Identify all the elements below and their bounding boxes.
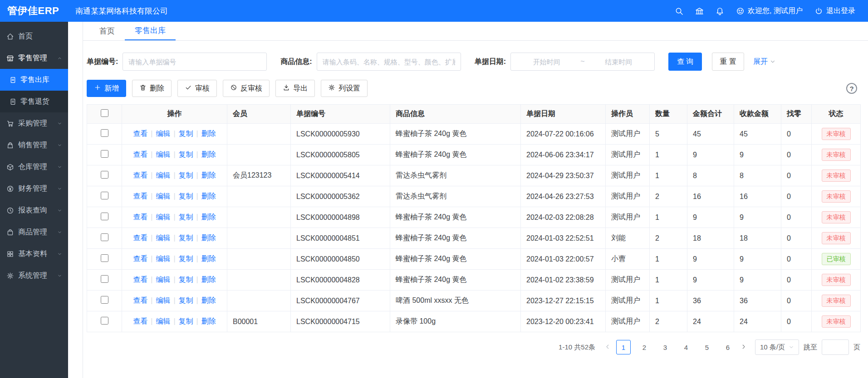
- export-button[interactable]: 导出: [275, 80, 315, 97]
- date-start-input[interactable]: [515, 58, 579, 66]
- tab-home[interactable]: 首页: [89, 22, 125, 40]
- search-button[interactable]: 查 询: [668, 53, 702, 71]
- view-link[interactable]: 查看: [133, 255, 147, 262]
- delete-link[interactable]: 删除: [201, 276, 216, 283]
- edit-link[interactable]: 编辑: [156, 171, 170, 179]
- row-checkbox[interactable]: [101, 171, 108, 179]
- bank-icon[interactable]: [695, 7, 704, 15]
- delete-button[interactable]: 删除: [132, 80, 172, 97]
- row-checkbox[interactable]: [101, 233, 108, 241]
- row-checkbox[interactable]: [101, 254, 108, 262]
- copy-link[interactable]: 复制: [179, 130, 193, 137]
- status-cell: 未审核: [812, 270, 861, 291]
- delete-link[interactable]: 删除: [201, 255, 216, 262]
- edit-link[interactable]: 编辑: [156, 296, 170, 304]
- edit-link[interactable]: 编辑: [156, 234, 170, 242]
- sidebar-subitem-retail-outbound[interactable]: 零售出库: [0, 69, 68, 91]
- unaudit-button[interactable]: 反审核: [223, 80, 270, 97]
- view-link[interactable]: 查看: [133, 317, 147, 325]
- tab-retail-outbound[interactable]: 零售出库: [125, 22, 176, 40]
- search-icon[interactable]: [675, 7, 683, 15]
- sidebar-item-purchase[interactable]: 采购管理: [0, 112, 68, 134]
- page-button-3[interactable]: 3: [658, 340, 672, 354]
- copy-link[interactable]: 复制: [179, 317, 193, 325]
- row-checkbox[interactable]: [101, 317, 108, 325]
- edit-link[interactable]: 编辑: [156, 150, 170, 158]
- logout-button[interactable]: 退出登录: [814, 6, 855, 16]
- row-checkbox[interactable]: [101, 129, 108, 137]
- view-link[interactable]: 查看: [133, 171, 147, 179]
- delete-link[interactable]: 删除: [201, 296, 216, 304]
- copy-link[interactable]: 复制: [179, 171, 193, 179]
- row-checkbox[interactable]: [101, 192, 108, 199]
- prev-page-button[interactable]: [603, 344, 612, 351]
- chevron-down-icon: [57, 121, 63, 126]
- sidebar-item-basic[interactable]: 基本资料: [0, 243, 68, 265]
- sidebar-subitem-retail-return[interactable]: 零售退货: [0, 91, 68, 112]
- page-button-2[interactable]: 2: [637, 340, 652, 354]
- row-checkbox[interactable]: [101, 275, 108, 283]
- delete-link[interactable]: 删除: [201, 130, 216, 137]
- welcome-user[interactable]: 欢迎您, 测试用户: [736, 6, 803, 16]
- edit-link[interactable]: 编辑: [156, 213, 170, 221]
- view-link[interactable]: 查看: [133, 213, 147, 221]
- copy-link[interactable]: 复制: [179, 296, 193, 304]
- audit-button[interactable]: 审核: [177, 80, 217, 97]
- row-checkbox[interactable]: [101, 213, 108, 220]
- column-settings-button[interactable]: 列设置: [321, 80, 368, 97]
- next-page-button[interactable]: [740, 344, 748, 351]
- copy-link[interactable]: 复制: [179, 150, 193, 158]
- row-checkbox[interactable]: [101, 150, 108, 158]
- page-button-1[interactable]: 1: [616, 340, 631, 354]
- copy-link[interactable]: 复制: [179, 234, 193, 242]
- jump-page-input[interactable]: [822, 339, 849, 355]
- add-button[interactable]: 新增: [87, 80, 126, 97]
- help-icon[interactable]: ?: [846, 83, 857, 94]
- delete-link[interactable]: 删除: [201, 171, 216, 179]
- bill-no-input[interactable]: [123, 53, 267, 71]
- view-link[interactable]: 查看: [133, 130, 147, 137]
- sidebar-item-report[interactable]: 报表查询: [0, 199, 68, 221]
- view-link[interactable]: 查看: [133, 296, 147, 304]
- edit-link[interactable]: 编辑: [156, 130, 170, 137]
- delete-link[interactable]: 删除: [201, 192, 216, 200]
- sidebar-item-sales[interactable]: 销售管理: [0, 134, 68, 156]
- copy-link[interactable]: 复制: [179, 213, 193, 221]
- delete-link[interactable]: 删除: [201, 317, 216, 325]
- view-link[interactable]: 查看: [133, 150, 147, 158]
- row-checkbox[interactable]: [101, 296, 108, 304]
- sidebar-item-warehouse[interactable]: 仓库管理: [0, 156, 68, 178]
- delete-link[interactable]: 删除: [201, 234, 216, 242]
- reset-button[interactable]: 重 置: [712, 53, 744, 71]
- page-button-6[interactable]: 6: [721, 340, 735, 354]
- sidebar-item-finance[interactable]: 财务管理: [0, 178, 68, 199]
- sidebar-item-retail[interactable]: 零售管理: [0, 47, 68, 69]
- received-cell: 16: [734, 186, 781, 207]
- copy-link[interactable]: 复制: [179, 255, 193, 262]
- date-range-picker[interactable]: ~: [510, 53, 655, 71]
- copy-link[interactable]: 复制: [179, 192, 193, 200]
- product-input[interactable]: [317, 53, 461, 71]
- edit-link[interactable]: 编辑: [156, 276, 170, 283]
- delete-link[interactable]: 删除: [201, 150, 216, 158]
- date-end-input[interactable]: [587, 58, 651, 66]
- copy-link[interactable]: 复制: [179, 276, 193, 283]
- bell-icon[interactable]: [716, 7, 724, 15]
- page-button-5[interactable]: 5: [700, 340, 714, 354]
- view-link[interactable]: 查看: [133, 276, 147, 283]
- sidebar-item-system[interactable]: 系统管理: [0, 265, 68, 286]
- page-button-4[interactable]: 4: [679, 340, 693, 354]
- view-link[interactable]: 查看: [133, 192, 147, 200]
- edit-link[interactable]: 编辑: [156, 255, 170, 262]
- member-cell: [227, 228, 291, 249]
- edit-link[interactable]: 编辑: [156, 317, 170, 325]
- sidebar-item-home[interactable]: 首页: [0, 25, 68, 47]
- page-size-select[interactable]: 10 条/页: [755, 339, 799, 355]
- sidebar-item-product[interactable]: 商品管理: [0, 221, 68, 243]
- select-all-checkbox[interactable]: [101, 109, 108, 117]
- expand-toggle[interactable]: 展开: [753, 57, 776, 67]
- table-row: 查看|编辑|复制|删除B00001LSCK00000004715录像带 100g…: [87, 311, 861, 332]
- edit-link[interactable]: 编辑: [156, 192, 170, 200]
- view-link[interactable]: 查看: [133, 234, 147, 242]
- delete-link[interactable]: 删除: [201, 213, 216, 221]
